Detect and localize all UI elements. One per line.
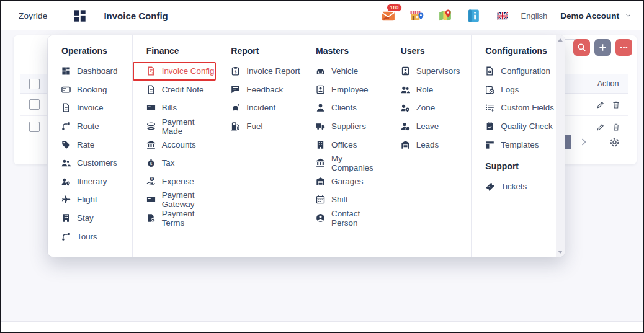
person-icon	[316, 103, 325, 112]
menu-item-tours[interactable]: Tours	[48, 227, 132, 246]
apps-grid-icon[interactable]	[73, 9, 86, 22]
guide-book-icon[interactable]	[466, 8, 481, 24]
people-pin-icon	[61, 177, 71, 186]
menu-section-title-operations: Operations	[48, 35, 132, 62]
select-all-checkbox[interactable]	[29, 79, 40, 89]
language-selector[interactable]: English	[521, 11, 548, 20]
more-options-button[interactable]	[615, 39, 632, 56]
account-menu[interactable]: Demo Account	[560, 11, 632, 20]
menu-item-dashboard[interactable]: Dashboard	[48, 62, 132, 81]
menu-item-credit-note[interactable]: Credit Note	[133, 81, 217, 99]
menu-item-my-companies[interactable]: My Companies	[302, 154, 387, 172]
menu-item-garages[interactable]: Garages	[302, 172, 387, 191]
menu-item-role[interactable]: Role	[387, 81, 472, 99]
menu-item-route[interactable]: Route	[48, 117, 132, 136]
footer-strip	[1, 321, 643, 332]
map-pin-icon[interactable]	[437, 8, 453, 24]
money-bag-icon: $	[146, 158, 156, 167]
fuel-pump-icon	[231, 122, 240, 131]
card-icon	[146, 195, 156, 204]
menu-item-offices[interactable]: Offices	[302, 135, 387, 154]
people-pin-icon	[401, 103, 410, 112]
person-badge-icon	[316, 85, 325, 94]
menu-item-templates[interactable]: Templates	[472, 135, 556, 154]
menu-item-itinerary[interactable]: Itinerary	[48, 172, 132, 191]
table-settings-gear-icon[interactable]	[609, 136, 620, 148]
menu-item-vehicle[interactable]: Vehicle	[302, 62, 387, 81]
add-button[interactable]	[594, 39, 611, 56]
menu-item-label: Offices	[331, 140, 357, 149]
menu-item-custom-fields[interactable]: Custom Fields	[472, 99, 556, 117]
menu-item-flight[interactable]: Flight	[48, 190, 132, 209]
delete-icon[interactable]	[612, 123, 620, 131]
menu-item-configuration[interactable]: Configuration	[472, 62, 556, 81]
menu-item-invoice-report[interactable]: $Invoice Report	[217, 62, 302, 81]
svg-text:s: s	[151, 71, 153, 75]
menu-item-leads[interactable]: Leads	[387, 135, 472, 154]
plus-icon	[598, 43, 607, 52]
menu-item-incident[interactable]: Incident	[217, 99, 302, 117]
menu-item-bills[interactable]: Bills	[133, 99, 217, 117]
menu-item-customers[interactable]: Customers	[48, 154, 132, 172]
menu-item-fuel[interactable]: Fuel	[217, 117, 302, 136]
menu-item-zone[interactable]: Zone	[387, 99, 472, 117]
pagination-next-button[interactable]	[579, 137, 589, 147]
menu-item-tax[interactable]: $Tax	[133, 154, 217, 172]
edit-icon[interactable]	[596, 123, 605, 131]
menu-item-accounts[interactable]: Accounts	[133, 135, 217, 154]
menu-item-invoice[interactable]: Invoice	[48, 99, 132, 117]
menu-item-payment-terms[interactable]: Payment Terms	[133, 209, 217, 228]
menu-item-shift[interactable]: Shift	[302, 190, 387, 209]
menu-item-label: Suppliers	[331, 122, 366, 131]
menu-item-expense[interactable]: $Expense	[133, 172, 217, 191]
menu-item-leave[interactable]: Leave	[387, 117, 472, 136]
tag-icon	[61, 140, 71, 149]
menu-item-label: Templates	[501, 140, 539, 149]
brand-logo-text[interactable]: Zoyride	[19, 11, 47, 20]
menu-column-finance: FinancesInvoice ConfigCredit NoteBillsPa…	[133, 35, 218, 257]
menu-item-label: Tax	[162, 158, 175, 167]
menu-item-label: Contact Person	[331, 209, 387, 228]
menu-item-suppliers[interactable]: Suppliers	[302, 117, 387, 136]
menu-item-tickets[interactable]: Tickets	[472, 177, 556, 196]
menu-item-label: Configuration	[501, 66, 550, 76]
menu-item-label: Flight	[77, 195, 97, 204]
scroll-up-arrow-icon[interactable]	[558, 38, 563, 42]
menu-scrollbar[interactable]	[556, 35, 565, 257]
svg-text:$: $	[151, 177, 153, 180]
menu-item-label: Role	[416, 85, 434, 94]
hand-coin-icon: $	[146, 177, 156, 186]
menu-item-stay[interactable]: Stay	[48, 209, 132, 228]
delete-icon[interactable]	[612, 100, 620, 109]
chevron-down-icon	[625, 13, 632, 18]
menu-item-payment-gateway[interactable]: Payment Gateway	[133, 190, 217, 209]
menu-item-label: Fuel	[246, 122, 262, 131]
pagination: 1	[557, 135, 620, 149]
menu-item-label: My Companies	[331, 154, 387, 172]
menu-item-supervisors[interactable]: Supervisors	[387, 62, 472, 81]
menu-item-feedback[interactable]: Feedback	[217, 81, 302, 99]
mail-icon[interactable]: 180	[380, 8, 396, 24]
menu-item-invoice-config[interactable]: sInvoice Config	[133, 62, 217, 81]
row-checkbox[interactable]	[29, 99, 40, 110]
menu-item-booking[interactable]: Booking	[48, 81, 132, 99]
menu-item-label: Payment Terms	[162, 209, 217, 228]
menu-item-payment-made[interactable]: Payment Made	[133, 117, 217, 136]
menu-item-label: Payment Made	[162, 117, 217, 136]
calendar-icon	[316, 195, 325, 204]
menu-item-logs[interactable]: Logs	[472, 81, 556, 99]
search-button[interactable]	[573, 39, 590, 56]
store-icon[interactable]	[409, 8, 424, 24]
menu-item-label: Garages	[331, 177, 363, 186]
ticket-card-icon	[61, 85, 71, 94]
scroll-down-arrow-icon[interactable]	[558, 251, 563, 254]
menu-item-rate[interactable]: Rate	[48, 135, 132, 154]
menu-item-clients[interactable]: Clients	[302, 99, 387, 117]
menu-item-quality-check[interactable]: Quality Check	[472, 117, 556, 136]
ellipsis-icon	[619, 43, 628, 52]
menu-item-employee[interactable]: Employee	[302, 81, 387, 99]
menu-item-contact-person[interactable]: Contact Person	[302, 209, 387, 228]
menu-item-label: Feedback	[246, 85, 283, 94]
edit-icon[interactable]	[596, 100, 605, 109]
row-checkbox[interactable]	[29, 122, 40, 132]
